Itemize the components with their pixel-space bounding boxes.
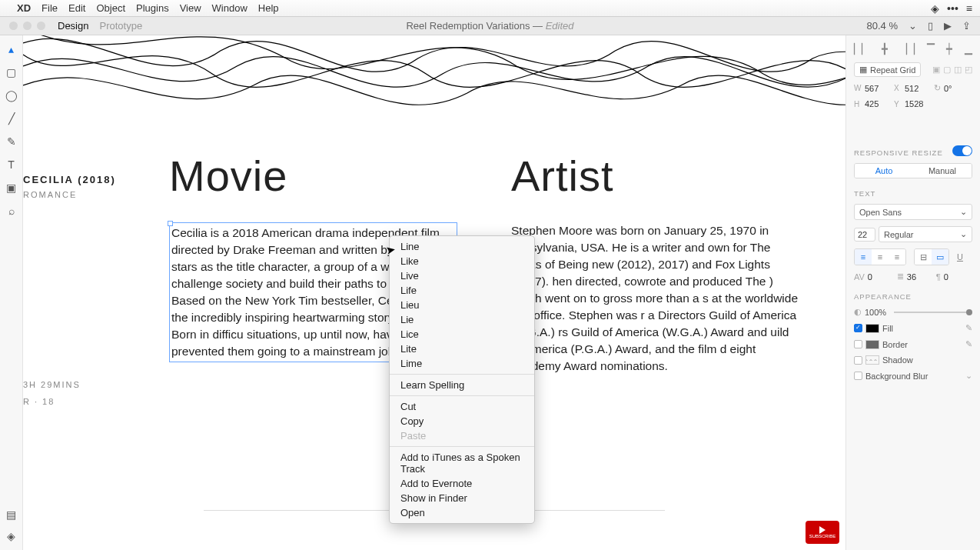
tab-design[interactable]: Design — [58, 20, 88, 32]
artist-heading: Artist — [511, 151, 799, 201]
menu-plugins[interactable]: Plugins — [136, 2, 169, 14]
opacity-value[interactable]: 100% — [865, 308, 886, 317]
width-field[interactable] — [865, 84, 891, 93]
ellipse-tool-icon[interactable]: ◯ — [5, 89, 18, 102]
font-family-dropdown[interactable]: Open Sans⌄ — [854, 204, 972, 220]
align-top-icon[interactable]: ▔ — [927, 43, 935, 55]
tab-prototype[interactable]: Prototype — [99, 20, 142, 32]
ctx-suggestion[interactable]: Lite — [390, 342, 534, 356]
border-checkbox[interactable] — [854, 340, 862, 348]
rotate-icon[interactable]: ↻ — [934, 83, 941, 93]
ctx-open[interactable]: Open — [390, 505, 534, 520]
para-spacing-field[interactable] — [944, 272, 970, 282]
align-bottom-icon[interactable]: ▁ — [965, 43, 972, 55]
char-spacing-field[interactable] — [868, 272, 894, 282]
eyedropper-icon[interactable]: ✎ — [965, 339, 972, 349]
shadow-checkbox[interactable] — [854, 356, 862, 365]
menu-file[interactable]: File — [42, 2, 58, 14]
ctx-suggestion[interactable]: Lieu — [390, 298, 534, 312]
zoom-tool-icon[interactable]: ⌕ — [8, 205, 15, 217]
rectangle-tool-icon[interactable]: ▢ — [6, 66, 16, 78]
boolean-add-icon[interactable]: ▣ — [932, 65, 940, 75]
boolean-exc-icon[interactable]: ◰ — [965, 65, 972, 75]
ctx-add-itunes[interactable]: Add to iTunes as a Spoken Track — [390, 450, 534, 476]
meta-runtime: 3H 29MINS — [23, 380, 116, 389]
shadow-swatch[interactable] — [865, 355, 879, 365]
ctx-learn-spelling[interactable]: Learn Spelling — [390, 378, 534, 392]
boolean-int-icon[interactable]: ◫ — [954, 65, 962, 75]
align-vcenter-icon[interactable]: ┿ — [946, 43, 952, 55]
youtube-subscribe-badge[interactable]: SUBSCRIBE — [806, 521, 839, 544]
border-swatch[interactable] — [865, 340, 879, 349]
resize-manual[interactable]: Manual — [913, 164, 972, 178]
x-field[interactable] — [905, 84, 931, 93]
text-tool-icon[interactable]: T — [8, 158, 15, 171]
ctx-suggestion[interactable]: Lime — [390, 356, 534, 371]
share-icon[interactable]: ⇪ — [962, 20, 971, 32]
artist-column: Artist Stephen Moore was born on January… — [511, 151, 799, 375]
zoom-level[interactable]: 80.4 % — [867, 20, 898, 32]
menu-help[interactable]: Help — [258, 2, 279, 14]
chevron-down-icon[interactable]: ⌄ — [965, 371, 972, 381]
ctx-suggestion[interactable]: Live — [390, 268, 534, 283]
canvas[interactable]: CECILIA (2018) ROMANCE 3H 29MINS R · 18 … — [23, 35, 845, 550]
resize-mode-segment[interactable]: Auto Manual — [854, 163, 972, 178]
shield-icon[interactable]: ◈ — [931, 2, 939, 15]
align-right-icon[interactable]: ▕▕ — [899, 43, 915, 55]
menu-object[interactable]: Object — [96, 2, 125, 14]
menu-edit[interactable]: Edit — [68, 2, 85, 14]
area-text-icon[interactable]: ▭ — [932, 249, 948, 265]
ctx-show-finder[interactable]: Show in Finder — [390, 491, 534, 505]
ctx-suggestion[interactable]: Lice — [390, 327, 534, 342]
chevron-down-icon[interactable]: ⌄ — [909, 20, 917, 32]
eyedropper-icon[interactable]: ✎ — [965, 323, 972, 333]
resize-auto[interactable]: Auto — [855, 164, 913, 178]
boolean-sub-icon[interactable]: ▢ — [943, 65, 951, 75]
font-weight-dropdown[interactable]: Regular⌄ — [879, 226, 972, 242]
menu-extras-icon[interactable]: ≡ — [966, 2, 972, 15]
select-tool-icon[interactable]: ▴ — [8, 43, 14, 55]
artboard-tool-icon[interactable]: ▣ — [6, 182, 16, 194]
menu-view[interactable]: View — [180, 2, 201, 14]
layers-icon[interactable]: ◈ — [7, 530, 15, 542]
fill-checkbox[interactable] — [854, 324, 862, 332]
device-preview-icon[interactable]: ▯ — [928, 20, 933, 32]
fill-swatch[interactable] — [865, 324, 879, 333]
y-field[interactable] — [905, 99, 931, 108]
font-size-field[interactable] — [854, 228, 875, 242]
play-icon[interactable]: ▶ — [944, 20, 952, 32]
shadow-label: Shadow — [882, 355, 913, 365]
pen-tool-icon[interactable]: ✎ — [7, 135, 16, 148]
context-menu: Line Like Live Life Lieu Lie Lice Lite L… — [389, 235, 535, 524]
ctx-cut[interactable]: Cut — [390, 399, 534, 414]
opacity-slider[interactable] — [894, 312, 972, 313]
window-titlebar: Design Prototype Reel Redemption Variati… — [0, 17, 980, 35]
bgblur-checkbox[interactable] — [854, 372, 862, 380]
ctx-suggestion[interactable]: Line — [390, 239, 534, 254]
ctx-suggestion[interactable]: Lie — [390, 312, 534, 327]
align-hcenter-icon[interactable]: ╋ — [882, 43, 888, 55]
rotation-field[interactable] — [944, 84, 962, 93]
more-icon[interactable]: ••• — [947, 2, 958, 15]
height-field[interactable] — [865, 99, 891, 108]
repeat-grid-button[interactable]: ▦Repeat Grid — [854, 62, 921, 77]
ctx-suggestion[interactable]: Life — [390, 283, 534, 298]
align-left-icon[interactable]: ▏▏ — [854, 43, 869, 55]
point-text-icon[interactable]: ⊟ — [915, 249, 932, 265]
meta-genre: ROMANCE — [23, 190, 116, 199]
ctx-copy[interactable]: Copy — [390, 414, 534, 428]
line-tool-icon[interactable]: ╱ — [8, 112, 15, 125]
line-height-field[interactable] — [907, 272, 933, 282]
ctx-add-evernote[interactable]: Add to Evernote — [390, 476, 534, 491]
text-align-center-icon[interactable]: ≡ — [872, 249, 889, 265]
artboard-meta: CECILIA (2018) ROMANCE 3H 29MINS R · 18 — [23, 174, 116, 406]
responsive-resize-toggle[interactable] — [952, 145, 972, 156]
window-traffic-lights[interactable] — [9, 22, 45, 30]
underline-icon[interactable]: U — [957, 252, 963, 262]
assets-icon[interactable]: ▤ — [6, 508, 16, 521]
text-align-left-icon[interactable]: ≡ — [855, 249, 872, 265]
app-name[interactable]: XD — [17, 2, 31, 14]
menu-window[interactable]: Window — [212, 2, 247, 14]
ctx-suggestion[interactable]: Like — [390, 254, 534, 268]
text-align-right-icon[interactable]: ≡ — [889, 249, 905, 265]
